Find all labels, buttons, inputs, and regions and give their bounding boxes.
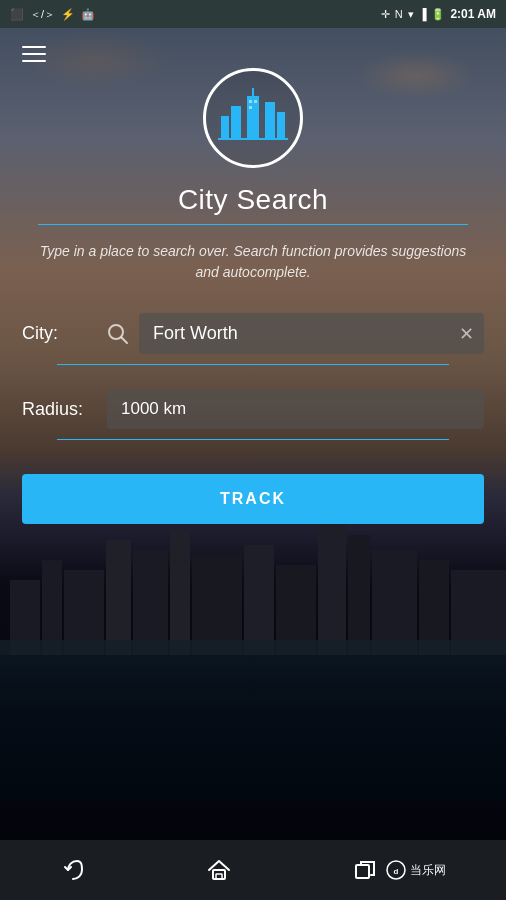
status-icon-usb: ⚡ xyxy=(61,8,75,21)
status-icon-tablet: ⬛ xyxy=(10,8,24,21)
app-logo xyxy=(203,68,303,168)
radius-field-divider xyxy=(57,439,450,440)
svg-rect-20 xyxy=(277,112,285,138)
radius-input[interactable] xyxy=(107,389,484,429)
radius-row: Radius: xyxy=(22,389,484,429)
title-divider xyxy=(38,224,468,225)
svg-text:d: d xyxy=(394,867,399,876)
status-left-icons: ⬛ ＜/＞ ⚡ 🤖 xyxy=(10,7,95,22)
signal-icon: ▐ xyxy=(419,8,427,20)
clear-city-icon[interactable]: ✕ xyxy=(459,323,474,345)
city-label: City: xyxy=(22,323,97,344)
recent-apps-button[interactable] xyxy=(352,857,378,883)
svg-rect-25 xyxy=(218,138,288,140)
svg-rect-23 xyxy=(254,100,257,103)
status-icon-code: ＜/＞ xyxy=(30,7,55,22)
home-button[interactable] xyxy=(206,857,232,883)
svg-rect-19 xyxy=(221,116,229,138)
radius-label: Radius: xyxy=(22,399,97,420)
nfc-icon: N xyxy=(395,8,403,20)
svg-rect-21 xyxy=(252,88,254,96)
nav-right-group: d 当乐网 xyxy=(352,857,446,883)
svg-line-27 xyxy=(122,337,128,343)
back-button[interactable] xyxy=(60,857,86,883)
city-field-divider xyxy=(57,364,450,365)
svg-rect-30 xyxy=(356,865,369,878)
status-right-icons: ✛ N ▾ ▐ 🔋 2:01 AM xyxy=(381,7,496,21)
city-row: City: ✕ xyxy=(22,313,484,354)
svg-rect-24 xyxy=(249,106,252,109)
track-button[interactable]: TRACK xyxy=(22,474,484,524)
hamburger-line-3 xyxy=(22,60,46,62)
brand-logo: d 当乐网 xyxy=(386,860,446,880)
search-icon xyxy=(107,323,129,345)
hamburger-line-2 xyxy=(22,53,46,55)
form-area: City: ✕ Radius: xyxy=(0,313,506,440)
subtitle: Type in a place to search over. Search f… xyxy=(0,241,506,283)
main-content: City Search Type in a place to search ov… xyxy=(0,28,506,840)
bottom-navigation: d 当乐网 xyxy=(0,840,506,900)
gps-icon: ✛ xyxy=(381,8,390,21)
battery-icon: 🔋 xyxy=(431,8,445,21)
status-icon-android: 🤖 xyxy=(81,8,95,21)
hamburger-line-1 xyxy=(22,46,46,48)
status-bar: ⬛ ＜/＞ ⚡ 🤖 ✛ N ▾ ▐ 🔋 2:01 AM xyxy=(0,0,506,28)
city-input-wrapper: ✕ xyxy=(139,313,484,354)
svg-rect-18 xyxy=(265,102,275,138)
status-time: 2:01 AM xyxy=(450,7,496,21)
app-title: City Search xyxy=(178,184,328,216)
city-input[interactable] xyxy=(139,313,484,354)
brand-text: 当乐网 xyxy=(410,862,446,879)
svg-rect-17 xyxy=(231,106,241,138)
wifi-icon: ▾ xyxy=(408,8,414,21)
hamburger-menu[interactable] xyxy=(22,46,46,62)
svg-rect-29 xyxy=(216,874,222,879)
svg-rect-16 xyxy=(247,96,259,138)
svg-rect-22 xyxy=(249,100,252,103)
